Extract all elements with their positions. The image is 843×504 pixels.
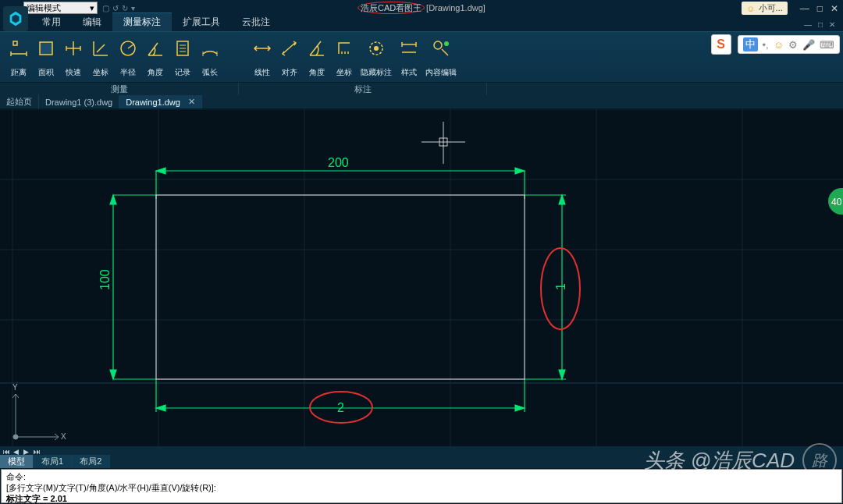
nav-last-icon[interactable]: ⏭ <box>34 448 41 454</box>
qat-undo-icon[interactable]: ↺ <box>112 4 119 12</box>
ribbon-group-measure: 距离 面积 快速 坐标 半径 角度 记录 弧长 <box>0 32 228 82</box>
layout-tab-model[interactable]: 模型 <box>0 455 34 468</box>
cmd-line2: [多行文字(M)/文字(T)/角度(A)/水平(H)/垂直(V)/旋转(R)]: <box>6 483 216 492</box>
rbtn-label: 坐标 <box>93 67 108 78</box>
rbtn-coord[interactable]: 坐标 <box>87 34 114 80</box>
rbtn-hide-dim[interactable]: 隐藏标注 <box>357 34 395 80</box>
rbtn-arc[interactable]: 弧长 <box>196 34 223 80</box>
svg-point-6 <box>444 41 449 46</box>
doc-tab-drawing1-copy[interactable]: Drawing1 (3).dwg <box>39 96 119 108</box>
rbtn-label: 面积 <box>38 67 54 78</box>
qat-save-icon[interactable]: ▢ <box>102 4 109 12</box>
group-label-measure: 测量 <box>0 83 239 95</box>
doc-tab-drawing1[interactable]: Drawing1.dwg✕ <box>119 95 202 108</box>
doc-tab-label: Drawing1.dwg <box>126 98 180 107</box>
rbtn-distance[interactable]: 距离 <box>5 34 32 80</box>
doc-title: [Drawing1.dwg] <box>426 3 486 12</box>
rbtn-record[interactable]: 记录 <box>169 34 196 80</box>
doc-maximize-button[interactable]: □ <box>818 20 823 29</box>
dimension-left-text: 100 <box>98 269 112 290</box>
rbtn-label: 内容编辑 <box>425 67 457 78</box>
ime-keyboard-icon[interactable]: ⌨ <box>820 39 834 51</box>
rbtn-label: 坐标 <box>336 67 352 78</box>
svg-marker-25 <box>110 370 116 379</box>
sogou-ime-logo[interactable]: S <box>711 34 731 55</box>
svg-point-41 <box>13 435 18 439</box>
rectangle-object[interactable] <box>156 195 525 379</box>
ime-toolbar[interactable]: 中 •, ☺ ⚙ 🎤 ⌨ <box>738 35 840 54</box>
dimension-top-text: 200 <box>328 156 349 169</box>
rbtn-content-edit[interactable]: 内容编辑 <box>422 34 460 80</box>
nav-prev-icon[interactable]: ◀ <box>13 448 21 454</box>
angle-icon <box>145 36 165 61</box>
doc-minimize-button[interactable]: — <box>804 20 812 29</box>
arc-length-icon <box>200 36 220 61</box>
radius-icon <box>118 36 138 61</box>
record-icon <box>173 36 193 61</box>
document-tabs: 起始页 Drawing1 (3).dwg Drawing1.dwg✕ <box>0 95 843 109</box>
svg-marker-34 <box>156 405 165 411</box>
dimension-left[interactable] <box>110 195 156 379</box>
quick-access-toolbar[interactable]: ▢ ↺ ↻ ▾ <box>102 4 135 12</box>
rbtn-angle-m[interactable]: 角度 <box>141 34 169 80</box>
nav-first-icon[interactable]: ⏮ <box>3 448 11 454</box>
ucs-x-label: X <box>61 432 66 441</box>
rbtn-linear[interactable]: 线性 <box>248 34 276 80</box>
user-name: 小可... <box>759 2 783 14</box>
user-badge[interactable]: ☺ 小可... <box>742 2 787 15</box>
angle-dim-icon <box>307 36 327 61</box>
rbtn-label: 快速 <box>66 67 81 78</box>
close-button[interactable]: ✕ <box>831 3 838 14</box>
rbtn-label: 线性 <box>254 67 270 78</box>
layout-tab-layout1[interactable]: 布局1 <box>34 455 72 468</box>
ime-mic-icon[interactable]: 🎤 <box>802 39 815 51</box>
dimension-top[interactable] <box>156 168 525 199</box>
user-avatar-icon: ☺ <box>746 4 755 13</box>
tab-cloud-markup[interactable]: 云批注 <box>231 13 281 31</box>
rbtn-label: 弧长 <box>202 67 218 78</box>
nav-next-icon[interactable]: ▶ <box>23 448 31 454</box>
ime-gear-icon[interactable]: ⚙ <box>788 39 798 51</box>
qat-redo-icon[interactable]: ↻ <box>122 4 128 12</box>
doc-close-button[interactable]: ✕ <box>829 20 835 29</box>
cmd-line1: 命令: <box>6 472 26 481</box>
rbtn-area[interactable]: 面积 <box>32 34 59 80</box>
doc-tab-start[interactable]: 起始页 <box>0 94 39 109</box>
ribbon-group-annotate: 线性 对齐 角度 坐标 隐藏标注 样式 内容编辑 <box>244 32 464 82</box>
rbtn-fast[interactable]: 快速 <box>59 34 87 80</box>
app-title-highlight: 浩辰CAD看图王 <box>357 2 425 14</box>
rbtn-coord-a[interactable]: 坐标 <box>330 34 357 80</box>
svg-point-5 <box>434 41 442 49</box>
tab-common[interactable]: 常用 <box>31 13 72 31</box>
tab-edit[interactable]: 编辑 <box>72 13 112 31</box>
svg-rect-0 <box>40 42 52 55</box>
doc-tab-label: Drawing1 (3).dwg <box>45 98 112 107</box>
area-icon <box>36 36 56 61</box>
ime-lang[interactable]: 中 <box>743 37 758 51</box>
drawing-canvas[interactable]: 200 100 1 2 X Y 40 <box>0 109 843 446</box>
tab-measure-annotate[interactable]: 测量标注 <box>112 12 172 31</box>
app-logo[interactable] <box>3 6 28 31</box>
mode-label: 编辑模式 <box>27 2 61 14</box>
minimize-button[interactable]: — <box>800 3 809 14</box>
layout-tab-layout2[interactable]: 布局2 <box>72 455 110 468</box>
ime-punct-icon[interactable]: •, <box>763 39 769 51</box>
ucs-y-label: Y <box>12 383 18 392</box>
tab-extensions[interactable]: 扩展工具 <box>172 13 231 31</box>
maximize-button[interactable]: □ <box>817 3 823 14</box>
rbtn-align[interactable]: 对齐 <box>276 34 303 80</box>
rbtn-angle-a[interactable]: 角度 <box>303 34 330 80</box>
qat-dropdown-icon[interactable]: ▾ <box>131 4 135 12</box>
rbtn-radius[interactable]: 半径 <box>114 34 141 80</box>
ribbon-tabs: 常用 编辑 测量标注 扩展工具 云批注 <box>0 16 843 31</box>
mode-selector[interactable]: 编辑模式 ▾ <box>23 2 98 14</box>
rbtn-label: 隐藏标注 <box>361 67 392 78</box>
ime-emoji-icon[interactable]: ☺ <box>774 39 784 51</box>
ordinate-dim-icon <box>334 36 354 61</box>
dimension-bottom-text: 2 <box>337 401 344 414</box>
cmd-line3: 标注文字 = 2.01 <box>6 494 67 503</box>
tab-close-icon[interactable]: ✕ <box>188 97 195 107</box>
right-badge[interactable]: 40 <box>828 188 843 215</box>
rbtn-style[interactable]: 样式 <box>395 34 422 80</box>
chevron-down-icon: ▾ <box>90 3 94 13</box>
